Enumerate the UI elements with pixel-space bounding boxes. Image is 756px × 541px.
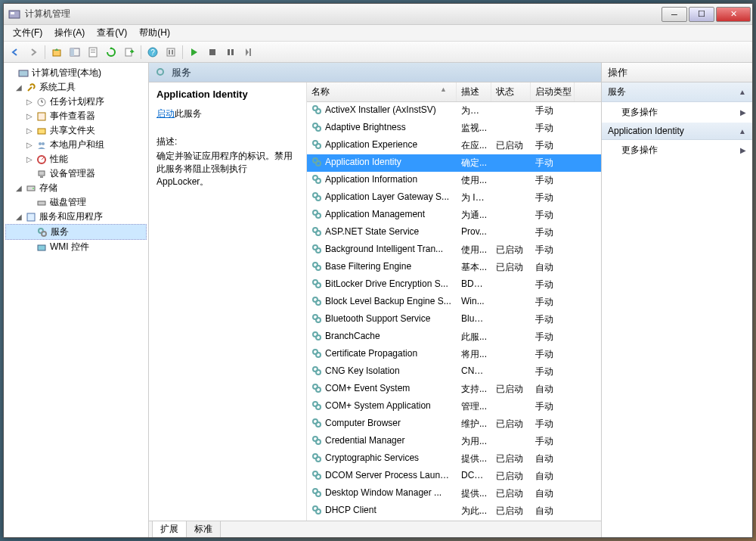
service-row[interactable]: Desktop Window Manager ...提供...已启动自动 (307, 485, 601, 502)
services-apps-icon (25, 211, 37, 223)
center-title: 服务 (172, 66, 191, 79)
service-row[interactable]: Background Intelligent Tran...使用...已启动手动 (307, 241, 601, 259)
action-more-selected[interactable]: 更多操作▶ (602, 140, 752, 160)
pause-service-button[interactable] (222, 44, 239, 61)
tree-services[interactable]: 服务 (5, 224, 147, 240)
svg-point-22 (39, 142, 42, 145)
tree-task-scheduler[interactable]: ▷任务计划程序 (5, 95, 147, 109)
folder-icon (36, 125, 48, 137)
back-button[interactable] (7, 44, 23, 61)
service-row[interactable]: COM+ Event System支持...已启动自动 (307, 381, 601, 398)
service-row[interactable]: Bluetooth Support ServiceBlue...手动 (307, 311, 601, 328)
show-hide-tree-button[interactable] (67, 44, 83, 61)
menu-help[interactable]: 帮助(H) (133, 25, 176, 41)
service-row[interactable]: BitLocker Drive Encryption S...BDE...手动 (307, 276, 601, 294)
start-service-button[interactable] (186, 44, 203, 61)
minimize-button[interactable]: ─ (662, 7, 687, 22)
service-row[interactable]: CNG Key IsolationCNG...手动 (307, 363, 601, 381)
export-button[interactable] (121, 44, 138, 61)
svg-rect-15 (228, 49, 230, 55)
service-row[interactable]: Application Information使用...手动 (307, 172, 601, 189)
svg-rect-14 (209, 49, 215, 55)
action-group-services[interactable]: 服务▲ (602, 82, 752, 102)
center-header: 服务 (149, 63, 601, 82)
service-row[interactable]: COM+ System Application管理...手动 (307, 398, 601, 415)
svg-line-25 (42, 157, 44, 160)
svg-rect-1 (11, 12, 14, 14)
service-icon (311, 383, 324, 395)
up-button[interactable] (48, 44, 65, 61)
toolbar-btn-9[interactable] (163, 44, 179, 61)
list-body[interactable]: ActiveX Installer (AxInstSV)为从 ...手动Adap… (307, 102, 601, 521)
column-status[interactable]: 状态 (491, 82, 531, 101)
tree-storage[interactable]: ◢存储 (5, 181, 147, 195)
service-icon (311, 296, 324, 308)
maximize-button[interactable]: ☐ (689, 7, 714, 22)
service-row[interactable]: Application Management为通...手动 (307, 207, 601, 224)
svg-point-23 (42, 142, 45, 145)
close-button[interactable]: ✕ (716, 7, 751, 22)
service-row[interactable]: Credential Manager为用...手动 (307, 433, 601, 450)
service-row[interactable]: Application Identity确定...手动 (307, 154, 601, 172)
service-row[interactable]: DHCP Client为此...已启动自动 (307, 502, 601, 520)
properties-button[interactable] (85, 44, 101, 61)
tree-services-apps[interactable]: ◢服务和应用程序 (5, 210, 147, 224)
service-icon (311, 157, 324, 169)
column-description[interactable]: 描述 (457, 82, 491, 101)
service-row[interactable]: Application Experience在应...已启动手动 (307, 137, 601, 154)
list-header: 名称▲ 描述 状态 启动类型 (307, 82, 601, 102)
stop-service-button[interactable] (204, 44, 221, 61)
tree-local-users[interactable]: ▷本地用户和组 (5, 138, 147, 152)
column-name[interactable]: 名称▲ (307, 82, 457, 101)
service-icon (311, 174, 324, 186)
tree-system-tools[interactable]: ◢系统工具 (5, 80, 147, 95)
service-row[interactable]: DCOM Server Process Launc...DCO...已启动自动 (307, 468, 601, 485)
tree-disk-management[interactable]: 磁盘管理 (5, 195, 147, 210)
titlebar[interactable]: 计算机管理 ─ ☐ ✕ (4, 4, 752, 25)
menu-action[interactable]: 操作(A) (48, 25, 91, 41)
svg-point-61 (316, 318, 321, 322)
tree-pane[interactable]: 计算机管理(本地) ◢系统工具 ▷任务计划程序 ▷事件查看器 ▷共享文件夹 ▷本… (4, 63, 149, 537)
column-startup[interactable]: 启动类型 (531, 82, 575, 101)
forward-button[interactable] (25, 44, 42, 61)
menu-file[interactable]: 文件(F) (7, 25, 48, 41)
device-icon (36, 168, 48, 180)
service-row[interactable]: Block Level Backup Engine S...Win...手动 (307, 294, 601, 311)
action-group-selected[interactable]: Application Identity▲ (602, 123, 752, 140)
svg-rect-20 (38, 113, 45, 120)
tree-root[interactable]: 计算机管理(本地) (5, 66, 147, 80)
refresh-button[interactable] (103, 44, 119, 61)
start-service-link[interactable]: 启动 (156, 108, 175, 119)
service-row[interactable]: ASP.NET State ServiceProv...手动 (307, 224, 601, 241)
tree-event-viewer[interactable]: ▷事件查看器 (5, 109, 147, 123)
tree-device-manager[interactable]: 设备管理器 (5, 166, 147, 181)
menubar: 文件(F) 操作(A) 查看(V) 帮助(H) (4, 25, 752, 42)
service-row[interactable]: BranchCache此服...手动 (307, 328, 601, 346)
action-more-services[interactable]: 更多操作▶ (602, 102, 752, 123)
service-row[interactable]: Computer Browser维护...已启动手动 (307, 415, 601, 433)
svg-rect-26 (39, 171, 45, 176)
center-pane: 服务 Application Identity 启动此服务 描述: 确定并验证应… (149, 63, 601, 537)
svg-rect-30 (38, 201, 45, 205)
svg-text:?: ? (150, 48, 155, 57)
menu-view[interactable]: 查看(V) (91, 25, 133, 41)
service-row[interactable]: Base Filtering Engine基本...已启动自动 (307, 259, 601, 276)
service-row[interactable]: Cryptographic Services提供...已启动自动 (307, 450, 601, 468)
restart-service-button[interactable] (240, 44, 257, 61)
service-row[interactable]: Adaptive Brightness监视...手动 (307, 120, 601, 137)
tree-shared-folders[interactable]: ▷共享文件夹 (5, 123, 147, 138)
tree-performance[interactable]: ▷性能 (5, 152, 147, 166)
svg-point-83 (316, 509, 321, 514)
service-row[interactable]: Application Layer Gateway S...为 In...手动 (307, 189, 601, 207)
services-list: 名称▲ 描述 状态 启动类型 ActiveX Installer (AxInst… (306, 82, 601, 521)
svg-point-49 (316, 213, 321, 218)
tab-extended[interactable]: 扩展 (152, 521, 187, 537)
service-row[interactable]: Certificate Propagation将用...手动 (307, 346, 601, 363)
help-button[interactable]: ? (144, 44, 161, 61)
service-row[interactable]: ActiveX Installer (AxInstSV)为从 ...手动 (307, 102, 601, 120)
tree-wmi[interactable]: WMI 控件 (5, 240, 147, 254)
svg-point-71 (316, 405, 321, 409)
service-icon (311, 122, 324, 134)
tab-standard[interactable]: 标准 (186, 521, 221, 537)
service-icon (311, 365, 324, 378)
